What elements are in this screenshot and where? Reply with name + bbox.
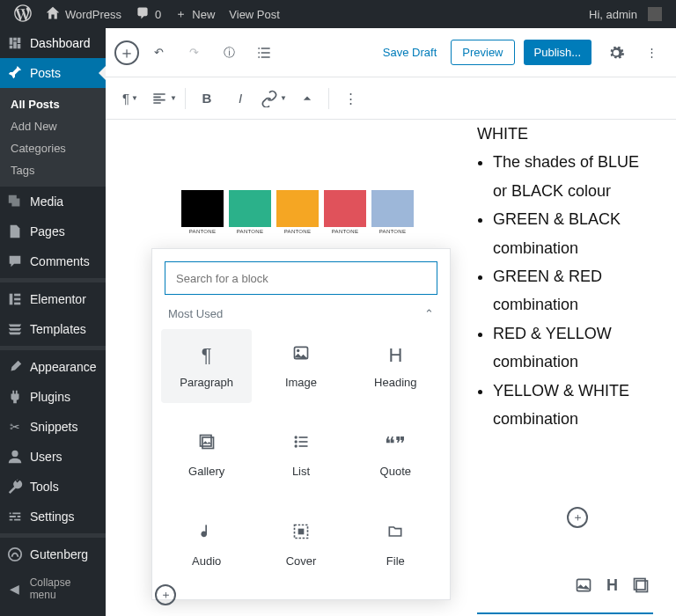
wrench-icon [7, 479, 23, 495]
block-heading[interactable]: HHeading [350, 329, 441, 403]
account[interactable]: Hi, admin [582, 0, 669, 28]
publish-button[interactable]: Publish... [524, 40, 592, 65]
add-block-inline[interactable]: ＋ [567, 507, 588, 528]
heading-icon[interactable]: H [606, 576, 618, 598]
list-item[interactable]: WHITE [477, 120, 653, 148]
menu-posts[interactable]: Posts [0, 58, 106, 88]
pin-icon [7, 65, 23, 81]
comment-icon [136, 6, 150, 23]
user-icon [7, 449, 23, 465]
sliders-icon [7, 509, 23, 524]
home-icon [46, 6, 60, 23]
collapse-menu[interactable]: ◀Collapse menu [0, 569, 106, 608]
block-list[interactable]: List [255, 419, 346, 493]
paragraph-type[interactable]: ¶▼ [114, 83, 146, 114]
page-icon [7, 224, 23, 239]
list-item[interactable]: RED & YELLOW combination [493, 319, 653, 377]
svg-rect-11 [298, 436, 307, 438]
list-item[interactable]: YELLOW & WHITE combination [493, 377, 653, 434]
undo-button[interactable]: ↶ [143, 37, 174, 69]
menu-plugins[interactable]: Plugins [0, 382, 106, 412]
new-label: New [192, 8, 215, 21]
file-icon [386, 523, 404, 546]
admin-bar: WordPress 0 ＋New View Post Hi, admin [0, 0, 676, 28]
comments-link[interactable]: 0 [129, 0, 168, 28]
block-image[interactable]: Image [255, 329, 346, 403]
new-content[interactable]: ＋New [168, 0, 222, 28]
svg-point-10 [294, 436, 297, 438]
menu-label: Tools [30, 480, 59, 494]
save-draft-button[interactable]: Save Draft [372, 46, 447, 59]
align-button[interactable]: ▼ [148, 83, 180, 114]
menu-comments[interactable]: Comments [0, 246, 106, 276]
block-audio[interactable]: Audio [161, 508, 252, 582]
menu-snippets[interactable]: ✂Snippets [0, 412, 106, 442]
italic-button[interactable]: I [224, 83, 256, 114]
info-button[interactable]: ⓘ [213, 37, 245, 69]
redo-button[interactable]: ↷ [178, 37, 209, 69]
sub-categories[interactable]: Categories [0, 137, 106, 159]
image-icon[interactable] [575, 576, 592, 598]
add-block-bottom[interactable]: ＋ [155, 584, 176, 605]
menu-tools[interactable]: Tools [0, 472, 106, 502]
block-quote[interactable]: ❝❞Quote [350, 419, 441, 493]
sub-add-new[interactable]: Add New [0, 115, 106, 137]
settings-button[interactable] [600, 37, 632, 69]
svg-point-4 [11, 451, 18, 457]
elementor-icon [7, 291, 23, 307]
view-post[interactable]: View Post [222, 0, 287, 28]
outline-button[interactable] [248, 37, 280, 69]
block-label: Gallery [188, 465, 224, 478]
bold-button[interactable]: B [191, 83, 223, 114]
menu-settings[interactable]: Settings [0, 502, 106, 532]
gallery-icon[interactable] [632, 576, 650, 598]
menu-pages[interactable]: Pages [0, 216, 106, 246]
sub-all-posts[interactable]: All Posts [0, 93, 106, 115]
add-block-button[interactable]: ＋ [114, 40, 139, 65]
menu-label: Settings [30, 510, 75, 524]
menu-dashboard[interactable]: Dashboard [0, 28, 106, 58]
inserter-search[interactable] [165, 261, 437, 295]
menu-media[interactable]: Media [0, 187, 106, 216]
block-file[interactable]: File [350, 508, 441, 582]
list-item[interactable]: The shades of BLUE or BLACK colour [493, 148, 653, 205]
menu-users[interactable]: Users [0, 442, 106, 472]
sub-tags[interactable]: Tags [0, 159, 106, 181]
swatch: PANTONE [276, 190, 319, 234]
menu-appearance[interactable]: Appearance [0, 352, 106, 382]
svg-rect-2 [14, 298, 20, 301]
more-format-button[interactable] [291, 83, 323, 114]
insertion-line [477, 612, 653, 614]
wp-logo[interactable] [7, 0, 39, 28]
block-label: Image [285, 376, 317, 389]
more-button[interactable]: ⋮ [636, 37, 667, 69]
editor-topbar: ＋ ↶ ↷ ⓘ Save Draft Preview Publish... ⋮ [106, 28, 676, 77]
inserter-section-header[interactable]: Most Used ⌃ [152, 307, 450, 324]
block-paragraph[interactable]: ¶Paragraph [161, 329, 252, 403]
block-cover[interactable]: Cover [255, 508, 346, 582]
svg-rect-17 [298, 528, 305, 534]
menu-elementor[interactable]: Elementor [0, 284, 106, 314]
preview-button[interactable]: Preview [451, 40, 514, 65]
content-list: WHITEThe shades of BLUE or BLACK colour … [477, 120, 653, 433]
editor-canvas[interactable]: PANTONEPANTONEPANTONEPANTONEPANTONE WHIT… [106, 120, 676, 616]
swatch: PANTONE [371, 190, 414, 234]
posts-submenu: All Posts Add New Categories Tags [0, 88, 106, 187]
block-label: Quote [380, 465, 411, 478]
quote-icon: ❝❞ [385, 433, 406, 456]
site-name[interactable]: WordPress [39, 0, 129, 28]
block-label: Audio [192, 554, 221, 568]
block-label: Paragraph [180, 376, 233, 389]
menu-gutenberg[interactable]: Gutenberg [0, 539, 106, 569]
gutenberg-icon [7, 546, 23, 562]
menu-templates[interactable]: Templates [0, 314, 106, 344]
block-gallery[interactable]: Gallery [161, 419, 252, 493]
list-item[interactable]: GREEN & BLACK combination [493, 205, 653, 262]
block-more-button[interactable]: ⋮ [334, 83, 366, 114]
plus-icon: ＋ [175, 6, 187, 22]
list-item[interactable]: GREEN & RED combination [493, 262, 653, 319]
link-button[interactable]: ▼ [258, 83, 290, 114]
image-icon [292, 344, 310, 367]
plug-icon [7, 389, 23, 405]
search-input[interactable] [165, 262, 437, 294]
